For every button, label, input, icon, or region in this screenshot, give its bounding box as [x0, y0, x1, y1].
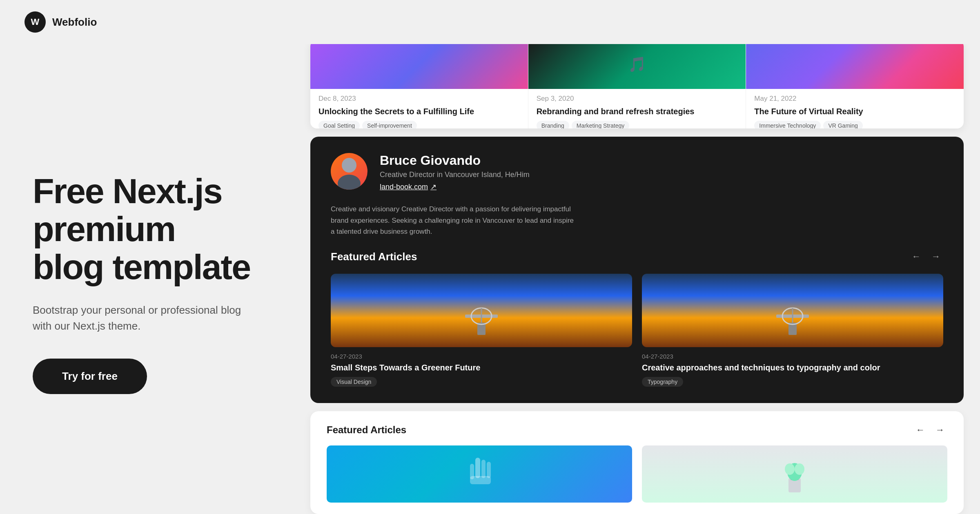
card-2-date: Sep 3, 2020: [537, 95, 738, 103]
bottom-featured-header: Featured Articles ← →: [327, 423, 947, 437]
logo-icon: W: [24, 11, 46, 33]
next-arrow[interactable]: →: [929, 249, 943, 264]
svg-point-18: [785, 463, 795, 475]
bottom-article-1-img: [327, 445, 632, 503]
left-panel: Free Next.js premium blog template Boots…: [0, 44, 286, 514]
profile-info: Bruce Giovando Creative Director in Vanc…: [380, 153, 943, 191]
card-3-tags: Immersive Technology VR Gaming: [754, 121, 956, 128]
card-1-tags: Goal Setting Self-improvement: [318, 121, 520, 128]
tag: Immersive Technology: [754, 121, 821, 128]
dark-article-1-title: Small Steps Towards a Greener Future: [331, 362, 632, 373]
card-1-date: Dec 8, 2023: [318, 95, 520, 103]
dark-tag-1: Visual Design: [331, 377, 377, 387]
hero-title: Free Next.js premium blog template: [33, 172, 253, 286]
spotify-icon: 🎵: [628, 56, 646, 73]
satellite-image-1: [331, 274, 632, 347]
dark-profile-card: Bruce Giovando Creative Director in Vanc…: [310, 137, 964, 403]
profile-bio: Creative and visionary Creative Director…: [331, 204, 576, 237]
card-3-title: The Future of Virtual Reality: [754, 106, 956, 117]
blog-card-2: 🎵 Sep 3, 2020 Rebranding and brand refre…: [528, 44, 746, 128]
tag: Self-improvement: [362, 121, 417, 128]
bottom-nav-arrows: ← →: [913, 423, 947, 437]
avatar: [331, 153, 368, 190]
profile-role: Creative Director in Vancouver Island, H…: [380, 171, 943, 179]
blog-card-3: May 21, 2022 The Future of Virtual Reali…: [746, 44, 964, 128]
hand-icon: [463, 454, 496, 494]
dark-article-2-title: Creative approaches and techniques to ty…: [642, 362, 943, 373]
bottom-light-card: Featured Articles ← →: [310, 411, 964, 514]
bottom-articles: [327, 445, 947, 503]
bottom-article-2-img: [642, 445, 947, 503]
tag: Goal Setting: [318, 121, 360, 128]
dark-article-1-date: 04-27-2023: [331, 353, 632, 360]
card-3-date: May 21, 2022: [754, 95, 956, 103]
dark-article-2-img: [642, 274, 943, 347]
svg-point-19: [795, 463, 804, 475]
satellite-icon-2: [768, 298, 817, 339]
dark-article-2-date: 04-27-2023: [642, 353, 943, 360]
card-2-tags: Branding Marketing Strategy: [537, 121, 738, 128]
right-panel: Dec 8, 2023 Unlocking the Secrets to a F…: [286, 44, 980, 514]
dark-articles: 04-27-2023 Small Steps Towards a Greener…: [331, 274, 943, 387]
tag: VR Gaming: [823, 121, 862, 128]
blog-card-1: Dec 8, 2023 Unlocking the Secrets to a F…: [310, 44, 528, 128]
dark-featured-header: Featured Articles ← →: [331, 249, 943, 264]
svg-rect-14: [470, 476, 491, 484]
dark-article-1: 04-27-2023 Small Steps Towards a Greener…: [331, 274, 632, 387]
blue-hand-image: [327, 445, 632, 503]
card-image-2: 🎵: [528, 44, 746, 89]
profile-section: Bruce Giovando Creative Director in Vanc…: [331, 153, 943, 191]
hero-subtitle: Bootstrap your personal or professional …: [33, 302, 253, 334]
nav-arrows: ← →: [909, 249, 943, 264]
card-2-title: Rebranding and brand refresh strategies: [537, 106, 738, 117]
satellite-icon-1: [457, 298, 506, 339]
plant-icon: [778, 454, 811, 494]
profile-link[interactable]: land-book.com ↗: [380, 182, 943, 191]
bottom-next-arrow[interactable]: →: [933, 423, 947, 437]
tag: Marketing Strategy: [572, 121, 630, 128]
bottom-article-2: [642, 445, 947, 503]
brand-name: Webfolio: [52, 16, 97, 29]
dark-article-1-img: [331, 274, 632, 347]
satellite-image-2: [642, 274, 943, 347]
bottom-article-1: [327, 445, 632, 503]
card-image-3: [746, 44, 964, 89]
try-free-button[interactable]: Try for free: [33, 359, 147, 394]
dark-featured-title: Featured Articles: [331, 250, 417, 263]
external-link-icon: ↗: [430, 182, 437, 191]
card-image-1: [310, 44, 528, 89]
svg-rect-10: [475, 458, 480, 478]
svg-rect-11: [481, 460, 486, 478]
tag: Branding: [537, 121, 569, 128]
svg-rect-12: [487, 462, 491, 478]
prev-arrow[interactable]: ←: [909, 249, 924, 264]
main-content: Free Next.js premium blog template Boots…: [0, 44, 980, 514]
dark-tag-2: Typography: [642, 377, 683, 387]
svg-point-1: [338, 175, 361, 190]
top-cards-row: Dec 8, 2023 Unlocking the Secrets to a F…: [310, 44, 964, 128]
svg-point-0: [342, 158, 356, 173]
card-1-title: Unlocking the Secrets to a Fulfilling Li…: [318, 106, 520, 117]
bottom-featured-title: Featured Articles: [327, 424, 406, 436]
navbar: W Webfolio: [0, 0, 980, 44]
profile-name: Bruce Giovando: [380, 153, 943, 168]
plant-image: [642, 445, 947, 503]
dark-article-2: 04-27-2023 Creative approaches and techn…: [642, 274, 943, 387]
bottom-prev-arrow[interactable]: ←: [913, 423, 928, 437]
